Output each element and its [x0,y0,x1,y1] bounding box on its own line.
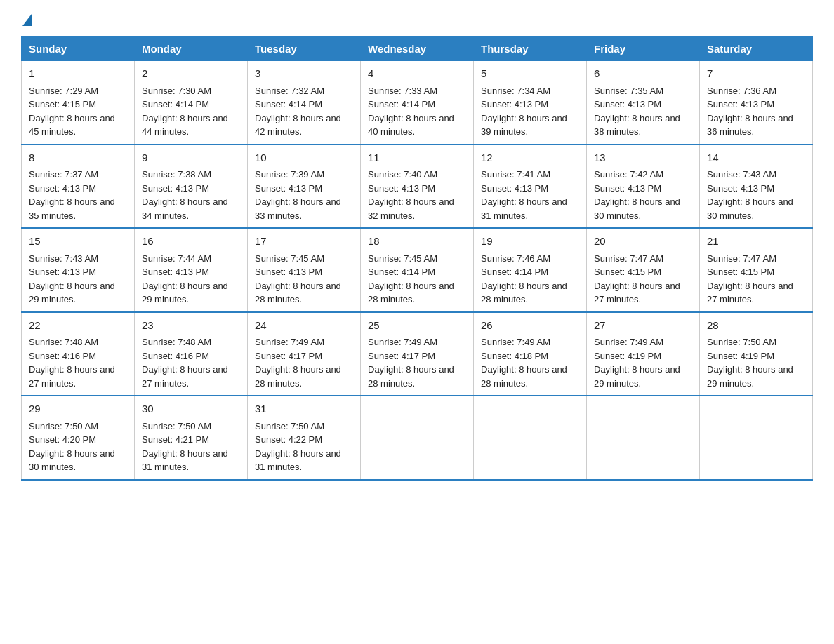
calendar-week-row: 8Sunrise: 7:37 AMSunset: 4:13 PMDaylight… [22,145,813,229]
day-number: 12 [481,150,579,166]
sunrise-label: Sunrise: 7:46 AM [481,253,550,264]
day-number: 4 [368,66,466,82]
calendar-cell: 20Sunrise: 7:47 AMSunset: 4:15 PMDayligh… [587,228,700,312]
sunset-label: Sunset: 4:17 PM [368,351,435,361]
calendar-cell: 4Sunrise: 7:33 AMSunset: 4:14 PMDaylight… [361,61,474,145]
calendar-cell [700,396,813,480]
calendar-cell: 28Sunrise: 7:50 AMSunset: 4:19 PMDayligh… [700,312,813,396]
day-number: 15 [29,234,127,250]
daylight-label: Daylight: 8 hours and 39 minutes. [481,113,567,137]
sunrise-label: Sunrise: 7:43 AM [29,253,98,264]
sunset-label: Sunset: 4:17 PM [255,351,322,361]
sunrise-label: Sunrise: 7:45 AM [255,253,324,264]
day-number: 20 [594,234,692,250]
sunrise-label: Sunrise: 7:47 AM [594,253,663,264]
sunrise-label: Sunrise: 7:36 AM [707,86,776,96]
daylight-label: Daylight: 8 hours and 36 minutes. [707,113,793,137]
day-number: 27 [594,318,692,334]
sunset-label: Sunset: 4:20 PM [29,434,96,445]
logo [21,14,32,22]
day-number: 1 [29,66,127,82]
calendar-cell: 21Sunrise: 7:47 AMSunset: 4:15 PMDayligh… [700,228,813,312]
calendar-cell: 9Sunrise: 7:38 AMSunset: 4:13 PMDaylight… [135,145,248,229]
day-number: 6 [594,66,692,82]
calendar-cell: 24Sunrise: 7:49 AMSunset: 4:17 PMDayligh… [248,312,361,396]
sunset-label: Sunset: 4:13 PM [29,183,96,194]
calendar-week-row: 22Sunrise: 7:48 AMSunset: 4:16 PMDayligh… [22,312,813,396]
sunrise-label: Sunrise: 7:43 AM [707,169,776,180]
sunrise-label: Sunrise: 7:49 AM [594,337,663,347]
sunset-label: Sunset: 4:19 PM [707,351,774,361]
day-number: 28 [707,318,805,334]
daylight-label: Daylight: 8 hours and 33 minutes. [255,196,341,221]
calendar-cell: 7Sunrise: 7:36 AMSunset: 4:13 PMDaylight… [700,61,813,145]
sunrise-label: Sunrise: 7:32 AM [255,86,324,96]
calendar-cell: 2Sunrise: 7:30 AMSunset: 4:14 PMDaylight… [135,61,248,145]
sunset-label: Sunset: 4:13 PM [255,183,322,194]
daylight-label: Daylight: 8 hours and 29 minutes. [29,281,115,305]
calendar-cell: 11Sunrise: 7:40 AMSunset: 4:13 PMDayligh… [361,145,474,229]
sunrise-label: Sunrise: 7:49 AM [368,337,437,347]
sunrise-label: Sunrise: 7:29 AM [29,86,98,96]
sunset-label: Sunset: 4:15 PM [707,267,774,277]
header-monday: Monday [135,37,248,61]
calendar-cell: 17Sunrise: 7:45 AMSunset: 4:13 PMDayligh… [248,228,361,312]
daylight-label: Daylight: 8 hours and 27 minutes. [707,281,793,305]
daylight-label: Daylight: 8 hours and 30 minutes. [594,196,680,221]
daylight-label: Daylight: 8 hours and 35 minutes. [29,196,115,221]
day-number: 30 [142,401,240,417]
sunrise-label: Sunrise: 7:50 AM [255,421,324,431]
sunrise-label: Sunrise: 7:40 AM [368,169,437,180]
day-number: 24 [255,318,353,334]
calendar-cell: 3Sunrise: 7:32 AMSunset: 4:14 PMDaylight… [248,61,361,145]
sunset-label: Sunset: 4:13 PM [368,183,435,194]
sunrise-label: Sunrise: 7:37 AM [29,169,98,180]
daylight-label: Daylight: 8 hours and 31 minutes. [142,448,228,473]
daylight-label: Daylight: 8 hours and 28 minutes. [255,364,341,389]
sunset-label: Sunset: 4:16 PM [142,351,209,361]
calendar-table: SundayMondayTuesdayWednesdayThursdayFrid… [21,36,813,481]
calendar-cell: 23Sunrise: 7:48 AMSunset: 4:16 PMDayligh… [135,312,248,396]
sunrise-label: Sunrise: 7:44 AM [142,253,211,264]
calendar-cell: 22Sunrise: 7:48 AMSunset: 4:16 PMDayligh… [22,312,135,396]
daylight-label: Daylight: 8 hours and 31 minutes. [255,448,341,473]
daylight-label: Daylight: 8 hours and 42 minutes. [255,113,341,137]
calendar-cell: 10Sunrise: 7:39 AMSunset: 4:13 PMDayligh… [248,145,361,229]
calendar-cell [361,396,474,480]
day-number: 16 [142,234,240,250]
sunrise-label: Sunrise: 7:45 AM [368,253,437,264]
daylight-label: Daylight: 8 hours and 29 minutes. [594,364,680,389]
page-header [21,14,813,22]
day-number: 25 [368,318,466,334]
calendar-cell: 19Sunrise: 7:46 AMSunset: 4:14 PMDayligh… [474,228,587,312]
sunset-label: Sunset: 4:22 PM [255,434,322,445]
calendar-cell: 27Sunrise: 7:49 AMSunset: 4:19 PMDayligh… [587,312,700,396]
day-number: 14 [707,150,805,166]
day-number: 17 [255,234,353,250]
sunset-label: Sunset: 4:13 PM [594,99,661,109]
day-number: 7 [707,66,805,82]
header-wednesday: Wednesday [361,37,474,61]
daylight-label: Daylight: 8 hours and 28 minutes. [481,281,567,305]
calendar-cell: 18Sunrise: 7:45 AMSunset: 4:14 PMDayligh… [361,228,474,312]
daylight-label: Daylight: 8 hours and 27 minutes. [594,281,680,305]
day-number: 3 [255,66,353,82]
sunset-label: Sunset: 4:13 PM [594,183,661,194]
sunset-label: Sunset: 4:21 PM [142,434,209,445]
sunset-label: Sunset: 4:14 PM [255,99,322,109]
daylight-label: Daylight: 8 hours and 27 minutes. [29,364,115,389]
calendar-cell: 25Sunrise: 7:49 AMSunset: 4:17 PMDayligh… [361,312,474,396]
calendar-cell [587,396,700,480]
header-tuesday: Tuesday [248,37,361,61]
sunset-label: Sunset: 4:14 PM [142,99,209,109]
sunrise-label: Sunrise: 7:39 AM [255,169,324,180]
sunset-label: Sunset: 4:13 PM [142,267,209,277]
daylight-label: Daylight: 8 hours and 40 minutes. [368,113,454,137]
day-number: 26 [481,318,579,334]
daylight-label: Daylight: 8 hours and 28 minutes. [368,281,454,305]
day-number: 13 [594,150,692,166]
calendar-cell: 26Sunrise: 7:49 AMSunset: 4:18 PMDayligh… [474,312,587,396]
sunset-label: Sunset: 4:19 PM [594,351,661,361]
daylight-label: Daylight: 8 hours and 31 minutes. [481,196,567,221]
calendar-cell: 13Sunrise: 7:42 AMSunset: 4:13 PMDayligh… [587,145,700,229]
